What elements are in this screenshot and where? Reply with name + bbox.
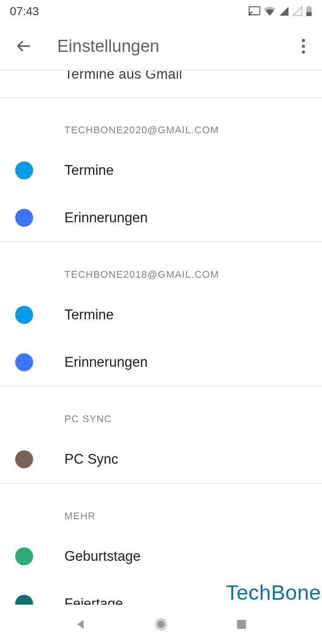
row-label: Erinnerungen <box>64 210 148 226</box>
row-label: Feiertage <box>64 596 123 605</box>
svg-rect-2 <box>308 6 310 7</box>
status-icons <box>249 6 312 17</box>
calendar-row[interactable]: Termine <box>0 291 322 339</box>
app-bar: Einstellungen <box>0 22 322 71</box>
status-bar: 07:43 <box>0 0 322 22</box>
calendar-row[interactable]: PC Sync <box>0 436 322 483</box>
arrow-left-icon <box>15 38 31 54</box>
calendar-color-dot <box>15 161 33 179</box>
section-header: TECHBONE2020@GMAIL.COM <box>0 97 322 147</box>
watermark: TechBone <box>226 580 322 605</box>
row-label: Geburtstage <box>64 548 141 564</box>
calendar-color-dot <box>15 450 33 468</box>
page-title: Einstellungen <box>57 37 159 56</box>
nav-home-button[interactable] <box>152 615 170 633</box>
back-button[interactable] <box>14 37 32 55</box>
wifi-icon <box>264 6 275 16</box>
nav-recents-icon <box>236 619 247 630</box>
calendar-color-dot <box>15 306 33 324</box>
section-header: TECHBONE2018@GMAIL.COM <box>0 242 322 291</box>
row-label: Termine aus Gmail <box>64 71 182 82</box>
calendar-row[interactable]: Erinnerungen <box>0 339 322 386</box>
calendar-row[interactable]: Geburtstage <box>0 533 322 580</box>
section-header: MEHR <box>0 483 322 533</box>
section-header: PC SYNC <box>0 386 322 436</box>
svg-point-1 <box>249 14 250 16</box>
settings-content: Termine aus Gmail TECHBONE2020@GMAIL.COM… <box>0 71 322 605</box>
nav-back-icon <box>75 619 86 630</box>
row-label: PC Sync <box>64 451 119 467</box>
calendar-row[interactable]: Erinnerungen <box>0 194 322 242</box>
cast-icon <box>249 6 260 16</box>
navigation-bar <box>0 605 322 644</box>
calendar-color-dot <box>15 547 33 565</box>
overflow-menu-button[interactable] <box>294 37 312 55</box>
svg-point-6 <box>157 620 165 628</box>
signal-empty-icon <box>292 6 302 16</box>
battery-icon <box>306 6 312 17</box>
row-label: Erinnerungen <box>64 354 148 370</box>
calendar-color-dot <box>15 353 33 371</box>
calendar-row[interactable]: Termine <box>0 147 322 194</box>
calendar-color-dot <box>15 595 33 605</box>
status-time: 07:43 <box>10 4 39 18</box>
svg-rect-4 <box>306 12 312 16</box>
nav-recents-button[interactable] <box>233 615 250 633</box>
calendar-color-dot <box>15 209 33 227</box>
row-label: Termine <box>64 307 114 323</box>
settings-row-termine-gmail[interactable]: Termine aus Gmail <box>0 71 322 97</box>
nav-back-button[interactable] <box>72 615 89 633</box>
more-vert-icon <box>302 38 305 55</box>
row-label: Termine <box>64 162 114 178</box>
signal-full-icon <box>279 6 289 16</box>
svg-rect-7 <box>237 620 246 629</box>
nav-home-icon <box>154 618 168 631</box>
